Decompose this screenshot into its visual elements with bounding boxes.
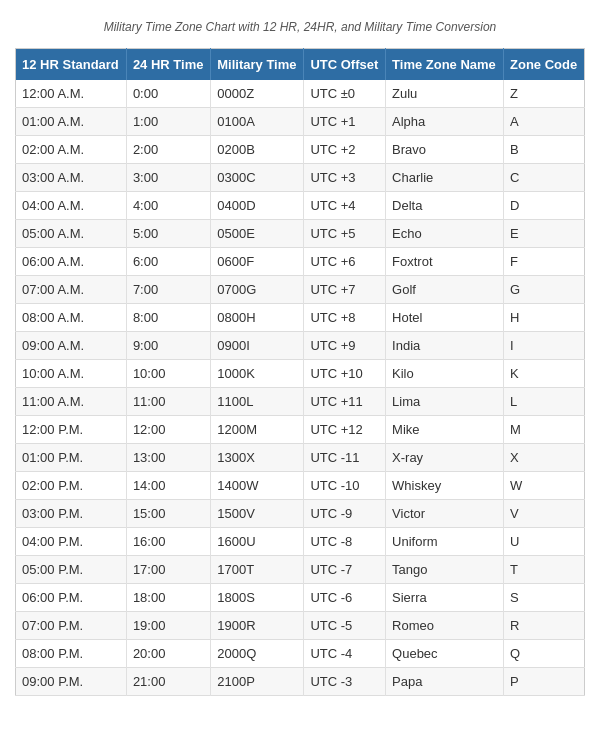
cell-r15-c1: 15:00 xyxy=(126,500,210,528)
cell-r19-c1: 19:00 xyxy=(126,612,210,640)
table-row: 06:00 A.M.6:000600FUTC +6FoxtrotF xyxy=(16,248,585,276)
cell-r15-c2: 1500V xyxy=(211,500,304,528)
table-row: 05:00 P.M.17:001700TUTC -7TangoT xyxy=(16,556,585,584)
cell-r6-c2: 0600F xyxy=(211,248,304,276)
cell-r7-c4: Golf xyxy=(386,276,504,304)
cell-r17-c0: 05:00 P.M. xyxy=(16,556,127,584)
cell-r12-c4: Mike xyxy=(386,416,504,444)
cell-r16-c4: Uniform xyxy=(386,528,504,556)
cell-r3-c5: C xyxy=(504,164,585,192)
cell-r21-c1: 21:00 xyxy=(126,668,210,696)
table-row: 08:00 P.M.20:002000QUTC -4QuebecQ xyxy=(16,640,585,668)
cell-r2-c5: B xyxy=(504,136,585,164)
cell-r16-c0: 04:00 P.M. xyxy=(16,528,127,556)
cell-r14-c2: 1400W xyxy=(211,472,304,500)
table-row: 12:00 P.M.12:001200MUTC +12MikeM xyxy=(16,416,585,444)
cell-r11-c1: 11:00 xyxy=(126,388,210,416)
cell-r15-c4: Victor xyxy=(386,500,504,528)
cell-r15-c0: 03:00 P.M. xyxy=(16,500,127,528)
cell-r9-c3: UTC +9 xyxy=(304,332,386,360)
cell-r18-c5: S xyxy=(504,584,585,612)
table-header-row: 12 HR Standard24 HR TimeMilitary TimeUTC… xyxy=(16,49,585,81)
table-row: 01:00 A.M.1:000100AUTC +1AlphaA xyxy=(16,108,585,136)
cell-r17-c2: 1700T xyxy=(211,556,304,584)
cell-r10-c4: Kilo xyxy=(386,360,504,388)
cell-r20-c3: UTC -4 xyxy=(304,640,386,668)
col-header-1: 24 HR Time xyxy=(126,49,210,81)
cell-r8-c2: 0800H xyxy=(211,304,304,332)
table-body: 12:00 A.M.0:000000ZUTC ±0ZuluZ01:00 A.M.… xyxy=(16,80,585,696)
cell-r16-c5: U xyxy=(504,528,585,556)
cell-r4-c5: D xyxy=(504,192,585,220)
cell-r10-c0: 10:00 A.M. xyxy=(16,360,127,388)
cell-r16-c2: 1600U xyxy=(211,528,304,556)
cell-r20-c2: 2000Q xyxy=(211,640,304,668)
cell-r5-c3: UTC +5 xyxy=(304,220,386,248)
cell-r7-c1: 7:00 xyxy=(126,276,210,304)
cell-r18-c1: 18:00 xyxy=(126,584,210,612)
table-row: 04:00 A.M.4:000400DUTC +4DeltaD xyxy=(16,192,585,220)
cell-r3-c3: UTC +3 xyxy=(304,164,386,192)
cell-r15-c3: UTC -9 xyxy=(304,500,386,528)
cell-r6-c5: F xyxy=(504,248,585,276)
cell-r20-c4: Quebec xyxy=(386,640,504,668)
col-header-3: UTC Offset xyxy=(304,49,386,81)
cell-r12-c5: M xyxy=(504,416,585,444)
cell-r9-c4: India xyxy=(386,332,504,360)
cell-r6-c3: UTC +6 xyxy=(304,248,386,276)
cell-r5-c4: Echo xyxy=(386,220,504,248)
cell-r13-c4: X-ray xyxy=(386,444,504,472)
cell-r4-c1: 4:00 xyxy=(126,192,210,220)
cell-r10-c2: 1000K xyxy=(211,360,304,388)
cell-r8-c5: H xyxy=(504,304,585,332)
cell-r1-c2: 0100A xyxy=(211,108,304,136)
cell-r19-c4: Romeo xyxy=(386,612,504,640)
cell-r9-c2: 0900I xyxy=(211,332,304,360)
table-row: 01:00 P.M.13:001300XUTC -11X-rayX xyxy=(16,444,585,472)
cell-r11-c5: L xyxy=(504,388,585,416)
cell-r12-c0: 12:00 P.M. xyxy=(16,416,127,444)
table-row: 12:00 A.M.0:000000ZUTC ±0ZuluZ xyxy=(16,80,585,108)
cell-r16-c3: UTC -8 xyxy=(304,528,386,556)
cell-r11-c2: 1100L xyxy=(211,388,304,416)
page-subtitle: Military Time Zone Chart with 12 HR, 24H… xyxy=(15,20,585,34)
cell-r19-c5: R xyxy=(504,612,585,640)
cell-r11-c0: 11:00 A.M. xyxy=(16,388,127,416)
cell-r8-c1: 8:00 xyxy=(126,304,210,332)
cell-r5-c0: 05:00 A.M. xyxy=(16,220,127,248)
cell-r0-c2: 0000Z xyxy=(211,80,304,108)
cell-r8-c4: Hotel xyxy=(386,304,504,332)
table-row: 04:00 P.M.16:001600UUTC -8UniformU xyxy=(16,528,585,556)
table-row: 11:00 A.M.11:001100LUTC +11LimaL xyxy=(16,388,585,416)
cell-r5-c5: E xyxy=(504,220,585,248)
time-zone-table: 12 HR Standard24 HR TimeMilitary TimeUTC… xyxy=(15,48,585,696)
cell-r13-c0: 01:00 P.M. xyxy=(16,444,127,472)
cell-r2-c1: 2:00 xyxy=(126,136,210,164)
cell-r17-c5: T xyxy=(504,556,585,584)
cell-r8-c0: 08:00 A.M. xyxy=(16,304,127,332)
cell-r21-c5: P xyxy=(504,668,585,696)
table-row: 09:00 A.M.9:000900IUTC +9IndiaI xyxy=(16,332,585,360)
cell-r2-c4: Bravo xyxy=(386,136,504,164)
table-row: 02:00 P.M.14:001400WUTC -10WhiskeyW xyxy=(16,472,585,500)
cell-r12-c3: UTC +12 xyxy=(304,416,386,444)
cell-r14-c4: Whiskey xyxy=(386,472,504,500)
table-row: 07:00 P.M.19:001900RUTC -5RomeoR xyxy=(16,612,585,640)
cell-r3-c2: 0300C xyxy=(211,164,304,192)
cell-r18-c2: 1800S xyxy=(211,584,304,612)
cell-r9-c1: 9:00 xyxy=(126,332,210,360)
cell-r12-c1: 12:00 xyxy=(126,416,210,444)
cell-r0-c1: 0:00 xyxy=(126,80,210,108)
cell-r21-c3: UTC -3 xyxy=(304,668,386,696)
cell-r0-c0: 12:00 A.M. xyxy=(16,80,127,108)
cell-r4-c3: UTC +4 xyxy=(304,192,386,220)
cell-r15-c5: V xyxy=(504,500,585,528)
table-row: 07:00 A.M.7:000700GUTC +7GolfG xyxy=(16,276,585,304)
cell-r7-c2: 0700G xyxy=(211,276,304,304)
cell-r11-c4: Lima xyxy=(386,388,504,416)
cell-r20-c5: Q xyxy=(504,640,585,668)
cell-r10-c1: 10:00 xyxy=(126,360,210,388)
cell-r2-c0: 02:00 A.M. xyxy=(16,136,127,164)
cell-r9-c0: 09:00 A.M. xyxy=(16,332,127,360)
cell-r20-c1: 20:00 xyxy=(126,640,210,668)
